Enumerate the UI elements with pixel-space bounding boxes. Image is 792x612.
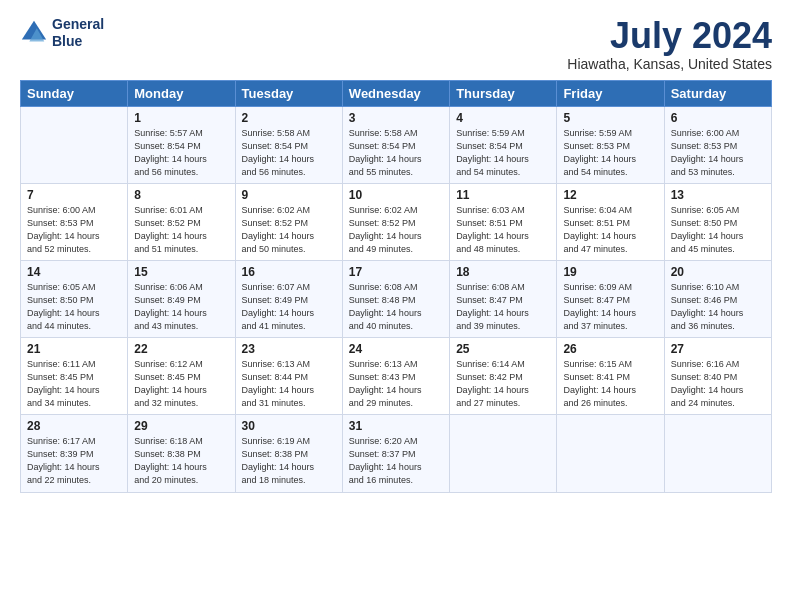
cell-date: 1 (134, 111, 228, 125)
cell-info: Sunrise: 6:06 AM Sunset: 8:49 PM Dayligh… (134, 281, 228, 333)
cell-date: 16 (242, 265, 336, 279)
calendar-week-4: 21Sunrise: 6:11 AM Sunset: 8:45 PM Dayli… (21, 338, 772, 415)
column-header-sunday: Sunday (21, 80, 128, 106)
cell-info: Sunrise: 6:04 AM Sunset: 8:51 PM Dayligh… (563, 204, 657, 256)
cell-date: 9 (242, 188, 336, 202)
calendar-cell: 15Sunrise: 6:06 AM Sunset: 8:49 PM Dayli… (128, 260, 235, 337)
calendar-cell: 14Sunrise: 6:05 AM Sunset: 8:50 PM Dayli… (21, 260, 128, 337)
cell-info: Sunrise: 6:08 AM Sunset: 8:47 PM Dayligh… (456, 281, 550, 333)
cell-info: Sunrise: 6:09 AM Sunset: 8:47 PM Dayligh… (563, 281, 657, 333)
subtitle: Hiawatha, Kansas, United States (567, 56, 772, 72)
calendar-table: SundayMondayTuesdayWednesdayThursdayFrid… (20, 80, 772, 493)
calendar-cell: 5Sunrise: 5:59 AM Sunset: 8:53 PM Daylig… (557, 106, 664, 183)
cell-date: 23 (242, 342, 336, 356)
calendar-cell: 29Sunrise: 6:18 AM Sunset: 8:38 PM Dayli… (128, 415, 235, 492)
cell-info: Sunrise: 6:13 AM Sunset: 8:43 PM Dayligh… (349, 358, 443, 410)
cell-date: 17 (349, 265, 443, 279)
cell-info: Sunrise: 6:20 AM Sunset: 8:37 PM Dayligh… (349, 435, 443, 487)
cell-date: 21 (27, 342, 121, 356)
calendar-cell: 3Sunrise: 5:58 AM Sunset: 8:54 PM Daylig… (342, 106, 449, 183)
page: General Blue July 2024 Hiawatha, Kansas,… (0, 0, 792, 612)
calendar-cell: 27Sunrise: 6:16 AM Sunset: 8:40 PM Dayli… (664, 338, 771, 415)
calendar-cell: 17Sunrise: 6:08 AM Sunset: 8:48 PM Dayli… (342, 260, 449, 337)
cell-info: Sunrise: 6:01 AM Sunset: 8:52 PM Dayligh… (134, 204, 228, 256)
cell-date: 27 (671, 342, 765, 356)
cell-info: Sunrise: 6:05 AM Sunset: 8:50 PM Dayligh… (671, 204, 765, 256)
cell-info: Sunrise: 6:19 AM Sunset: 8:38 PM Dayligh… (242, 435, 336, 487)
cell-date: 8 (134, 188, 228, 202)
calendar-cell: 16Sunrise: 6:07 AM Sunset: 8:49 PM Dayli… (235, 260, 342, 337)
cell-info: Sunrise: 6:18 AM Sunset: 8:38 PM Dayligh… (134, 435, 228, 487)
calendar-cell: 25Sunrise: 6:14 AM Sunset: 8:42 PM Dayli… (450, 338, 557, 415)
calendar-cell: 12Sunrise: 6:04 AM Sunset: 8:51 PM Dayli… (557, 183, 664, 260)
cell-info: Sunrise: 6:16 AM Sunset: 8:40 PM Dayligh… (671, 358, 765, 410)
calendar-cell: 30Sunrise: 6:19 AM Sunset: 8:38 PM Dayli… (235, 415, 342, 492)
calendar-cell: 28Sunrise: 6:17 AM Sunset: 8:39 PM Dayli… (21, 415, 128, 492)
cell-info: Sunrise: 6:14 AM Sunset: 8:42 PM Dayligh… (456, 358, 550, 410)
calendar-cell: 24Sunrise: 6:13 AM Sunset: 8:43 PM Dayli… (342, 338, 449, 415)
cell-date: 26 (563, 342, 657, 356)
calendar-week-5: 28Sunrise: 6:17 AM Sunset: 8:39 PM Dayli… (21, 415, 772, 492)
cell-date: 2 (242, 111, 336, 125)
calendar-cell: 18Sunrise: 6:08 AM Sunset: 8:47 PM Dayli… (450, 260, 557, 337)
cell-info: Sunrise: 6:02 AM Sunset: 8:52 PM Dayligh… (349, 204, 443, 256)
cell-date: 19 (563, 265, 657, 279)
cell-info: Sunrise: 5:58 AM Sunset: 8:54 PM Dayligh… (349, 127, 443, 179)
cell-date: 14 (27, 265, 121, 279)
cell-date: 13 (671, 188, 765, 202)
cell-info: Sunrise: 6:10 AM Sunset: 8:46 PM Dayligh… (671, 281, 765, 333)
logo: General Blue (20, 16, 104, 50)
column-header-wednesday: Wednesday (342, 80, 449, 106)
cell-info: Sunrise: 5:58 AM Sunset: 8:54 PM Dayligh… (242, 127, 336, 179)
cell-date: 10 (349, 188, 443, 202)
cell-date: 12 (563, 188, 657, 202)
cell-info: Sunrise: 6:17 AM Sunset: 8:39 PM Dayligh… (27, 435, 121, 487)
cell-date: 24 (349, 342, 443, 356)
calendar-cell: 19Sunrise: 6:09 AM Sunset: 8:47 PM Dayli… (557, 260, 664, 337)
calendar-cell: 26Sunrise: 6:15 AM Sunset: 8:41 PM Dayli… (557, 338, 664, 415)
logo-text: General Blue (52, 16, 104, 50)
calendar-cell: 4Sunrise: 5:59 AM Sunset: 8:54 PM Daylig… (450, 106, 557, 183)
cell-date: 31 (349, 419, 443, 433)
column-header-thursday: Thursday (450, 80, 557, 106)
cell-info: Sunrise: 5:57 AM Sunset: 8:54 PM Dayligh… (134, 127, 228, 179)
cell-info: Sunrise: 6:03 AM Sunset: 8:51 PM Dayligh… (456, 204, 550, 256)
calendar-cell: 8Sunrise: 6:01 AM Sunset: 8:52 PM Daylig… (128, 183, 235, 260)
cell-info: Sunrise: 6:00 AM Sunset: 8:53 PM Dayligh… (27, 204, 121, 256)
cell-date: 11 (456, 188, 550, 202)
main-title: July 2024 (567, 16, 772, 56)
calendar-cell: 1Sunrise: 5:57 AM Sunset: 8:54 PM Daylig… (128, 106, 235, 183)
calendar-cell: 7Sunrise: 6:00 AM Sunset: 8:53 PM Daylig… (21, 183, 128, 260)
calendar-cell: 20Sunrise: 6:10 AM Sunset: 8:46 PM Dayli… (664, 260, 771, 337)
cell-info: Sunrise: 6:13 AM Sunset: 8:44 PM Dayligh… (242, 358, 336, 410)
cell-info: Sunrise: 6:07 AM Sunset: 8:49 PM Dayligh… (242, 281, 336, 333)
calendar-cell: 6Sunrise: 6:00 AM Sunset: 8:53 PM Daylig… (664, 106, 771, 183)
cell-info: Sunrise: 5:59 AM Sunset: 8:54 PM Dayligh… (456, 127, 550, 179)
cell-date: 15 (134, 265, 228, 279)
column-header-tuesday: Tuesday (235, 80, 342, 106)
cell-date: 28 (27, 419, 121, 433)
cell-date: 3 (349, 111, 443, 125)
cell-info: Sunrise: 6:05 AM Sunset: 8:50 PM Dayligh… (27, 281, 121, 333)
cell-info: Sunrise: 6:12 AM Sunset: 8:45 PM Dayligh… (134, 358, 228, 410)
cell-info: Sunrise: 6:00 AM Sunset: 8:53 PM Dayligh… (671, 127, 765, 179)
calendar-cell: 11Sunrise: 6:03 AM Sunset: 8:51 PM Dayli… (450, 183, 557, 260)
cell-date: 30 (242, 419, 336, 433)
cell-info: Sunrise: 6:15 AM Sunset: 8:41 PM Dayligh… (563, 358, 657, 410)
cell-date: 6 (671, 111, 765, 125)
calendar-cell: 2Sunrise: 5:58 AM Sunset: 8:54 PM Daylig… (235, 106, 342, 183)
column-header-saturday: Saturday (664, 80, 771, 106)
calendar-cell (557, 415, 664, 492)
calendar-cell (664, 415, 771, 492)
calendar-cell: 31Sunrise: 6:20 AM Sunset: 8:37 PM Dayli… (342, 415, 449, 492)
cell-date: 18 (456, 265, 550, 279)
calendar-cell: 9Sunrise: 6:02 AM Sunset: 8:52 PM Daylig… (235, 183, 342, 260)
logo-icon (20, 19, 48, 47)
calendar-cell (450, 415, 557, 492)
cell-info: Sunrise: 6:11 AM Sunset: 8:45 PM Dayligh… (27, 358, 121, 410)
cell-info: Sunrise: 6:02 AM Sunset: 8:52 PM Dayligh… (242, 204, 336, 256)
calendar-week-2: 7Sunrise: 6:00 AM Sunset: 8:53 PM Daylig… (21, 183, 772, 260)
cell-date: 20 (671, 265, 765, 279)
cell-date: 22 (134, 342, 228, 356)
calendar-header: SundayMondayTuesdayWednesdayThursdayFrid… (21, 80, 772, 106)
